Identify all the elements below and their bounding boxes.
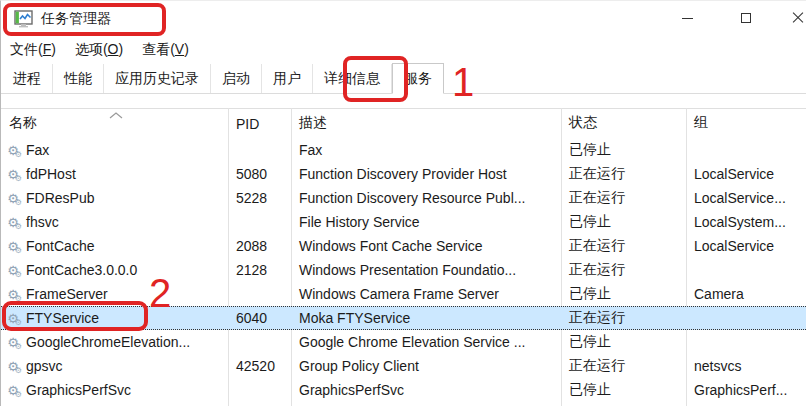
service-gear-icon: ⚙ (5, 144, 21, 157)
minimize-button[interactable] (664, 1, 710, 35)
close-icon (792, 12, 804, 24)
tab-performance[interactable]: 性能 (53, 64, 104, 93)
status-value: 正在运行 (561, 309, 686, 327)
tab-processes[interactable]: 进程 (2, 64, 53, 93)
menu-file[interactable]: 文件(F) (10, 41, 56, 59)
status-value: 正在运行 (561, 165, 686, 183)
table-row[interactable]: ⚙gpsvc 42520 Group Policy Client 正在运行 ne… (1, 354, 806, 378)
status-value: 已停止 (561, 141, 686, 159)
status-value: 已停止 (561, 285, 686, 303)
table-row-selected[interactable]: ⚙FTYService 6040 Moka FTYService 正在运行 (1, 306, 806, 330)
table-row[interactable]: ⚙fhsvc File History Service 已停止 LocalSys… (1, 210, 806, 234)
service-gear-icon: ⚙ (5, 288, 21, 301)
title-bar: 任务管理器 (1, 1, 806, 37)
window-title: 任务管理器 (41, 10, 111, 28)
table-row-partial[interactable]: ⚙ (1, 402, 806, 406)
service-gear-icon: ⚙ (5, 240, 21, 253)
table-row[interactable]: ⚙Fax Fax 已停止 (1, 138, 806, 162)
sort-ascending-icon (109, 112, 123, 119)
table-row[interactable]: ⚙FontCache 2088 Windows Font Cache Servi… (1, 234, 806, 258)
service-gear-icon: ⚙ (5, 336, 21, 349)
services-list: 名称 PID 描述 状态 组 ⚙Fax Fax 已停止 ⚙fdPHost 508… (1, 108, 806, 406)
status-value: 正在运行 (561, 261, 686, 279)
table-row[interactable]: ⚙FontCache3.0.0.0 2128 Windows Presentat… (1, 258, 806, 282)
column-header-description[interactable]: 描述 (291, 114, 561, 138)
tab-services[interactable]: 服务 (392, 63, 444, 94)
menu-options[interactable]: 选项(O) (75, 41, 123, 59)
maximize-button[interactable] (723, 1, 769, 35)
service-gear-icon: ⚙ (5, 312, 21, 325)
status-value: 已停止 (561, 213, 686, 231)
column-header-status[interactable]: 状态 (561, 114, 686, 138)
tab-bar: 进程 性能 应用历史记录 启动 用户 详细信息 服务 (1, 63, 806, 94)
menu-view[interactable]: 查看(V) (142, 41, 189, 59)
service-gear-icon: ⚙ (5, 216, 21, 229)
tab-app-history[interactable]: 应用历史记录 (104, 64, 211, 93)
service-rows: ⚙Fax Fax 已停止 ⚙fdPHost 5080 Function Disc… (1, 138, 806, 406)
tab-users[interactable]: 用户 (262, 64, 313, 93)
column-header-group[interactable]: 组 (686, 114, 806, 138)
table-row[interactable]: ⚙FrameServer Windows Camera Frame Server… (1, 282, 806, 306)
task-manager-window: 任务管理器 文件(F) 选项(O) 查看(V) 进程 性能 应用历史记录 启动 … (0, 0, 806, 406)
service-gear-icon: ⚙ (5, 360, 21, 373)
service-gear-icon: ⚙ (5, 384, 21, 397)
status-value: 已停止 (561, 381, 686, 399)
minimize-icon (682, 18, 693, 19)
status-value: 已停止 (561, 333, 686, 351)
service-gear-icon: ⚙ (5, 264, 21, 277)
table-row[interactable]: ⚙GraphicsPerfSvc GraphicsPerfSvc 已停止 Gra… (1, 378, 806, 402)
tab-details[interactable]: 详细信息 (313, 64, 392, 93)
table-row[interactable]: ⚙GoogleChromeElevation... Google Chrome … (1, 330, 806, 354)
service-gear-icon: ⚙ (5, 168, 21, 181)
table-row[interactable]: ⚙FDResPub 5228 Function Discovery Resour… (1, 186, 806, 210)
close-button[interactable] (782, 1, 806, 35)
task-manager-icon (14, 9, 34, 29)
service-gear-icon: ⚙ (5, 192, 21, 205)
column-header-pid[interactable]: PID (228, 116, 291, 138)
tab-startup[interactable]: 启动 (211, 64, 262, 93)
table-row[interactable]: ⚙fdPHost 5080 Function Discovery Provide… (1, 162, 806, 186)
menu-bar: 文件(F) 选项(O) 查看(V) (1, 37, 806, 63)
status-value: 正在运行 (561, 189, 686, 207)
maximize-icon (741, 13, 751, 23)
status-value: 正在运行 (561, 237, 686, 255)
status-value: 正在运行 (561, 357, 686, 375)
